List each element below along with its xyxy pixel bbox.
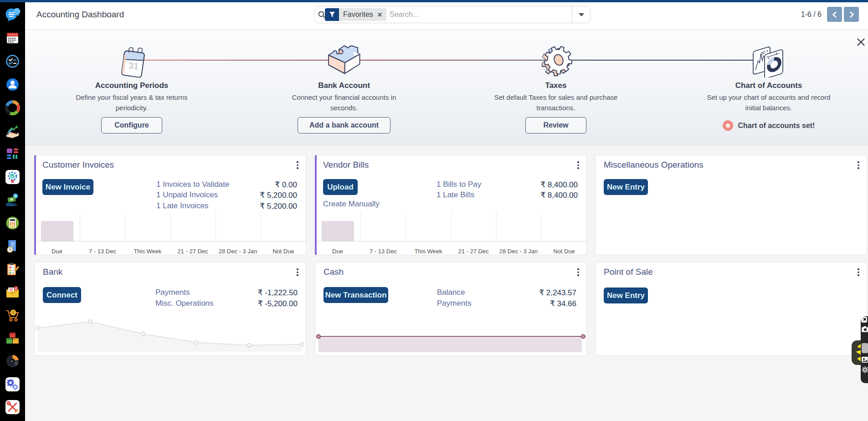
- svg-text:$: $: [12, 310, 14, 315]
- svg-text:31: 31: [128, 61, 139, 71]
- svg-text:W: W: [11, 360, 13, 363]
